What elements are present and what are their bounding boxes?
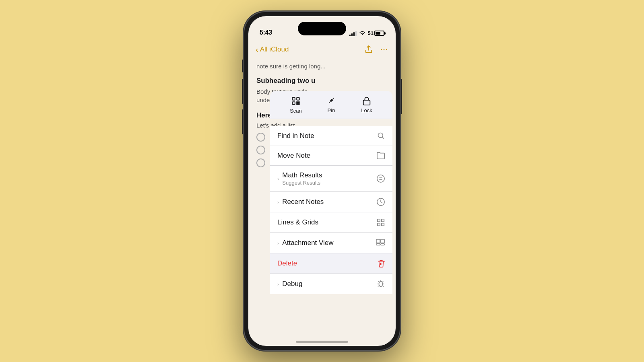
debug-chevron: ›: [277, 281, 279, 287]
svg-point-7: [378, 133, 383, 138]
lines-grids-item[interactable]: Lines & Grids: [270, 212, 392, 233]
svg-rect-14: [376, 239, 380, 243]
scan-menu-item[interactable]: Scan: [284, 96, 308, 114]
lock-label: Lock: [361, 107, 372, 113]
attachment-view-label: Attachment View: [282, 239, 333, 247]
svg-rect-13: [382, 223, 384, 226]
pin-menu-item[interactable]: Pin: [319, 96, 343, 113]
attachment-view-item[interactable]: › Attachment View: [270, 233, 392, 253]
svg-rect-12: [378, 223, 380, 226]
recent-notes-item[interactable]: › Recent Notes: [270, 192, 392, 212]
lock-icon: [362, 96, 371, 106]
attachment-chevron: ›: [277, 240, 279, 246]
find-in-note-item[interactable]: Find in Note: [270, 126, 392, 146]
svg-rect-17: [381, 244, 384, 245]
math-results-sublabel: Suggest Results: [282, 180, 322, 186]
scan-label: Scan: [290, 108, 302, 114]
svg-rect-11: [382, 219, 384, 222]
delete-label: Delete: [277, 259, 297, 267]
pin-label: Pin: [328, 107, 335, 113]
context-menu-overlay: Scan Pin: [248, 16, 396, 346]
scan-icon: [291, 96, 301, 106]
power-button[interactable]: [400, 79, 402, 114]
lock-menu-item[interactable]: Lock: [355, 96, 379, 113]
folder-icon: [376, 152, 385, 160]
phone-screen: 5:43 51: [248, 16, 396, 346]
debug-item[interactable]: › Debug: [270, 274, 392, 294]
svg-rect-6: [363, 100, 370, 105]
recent-notes-chevron: ›: [277, 199, 279, 205]
svg-rect-3: [292, 97, 295, 100]
clock-icon: [376, 197, 385, 206]
trash-icon: [377, 259, 385, 268]
math-results-chevron: ›: [277, 176, 279, 182]
phone-device: 5:43 51: [244, 11, 400, 351]
find-in-note-label: Find in Note: [277, 132, 314, 140]
svg-rect-10: [378, 219, 380, 222]
recent-notes-label: Recent Notes: [282, 198, 324, 206]
pin-icon: [326, 96, 336, 106]
svg-rect-4: [297, 97, 299, 100]
debug-label: Debug: [282, 280, 302, 288]
debug-icon: [376, 280, 385, 288]
svg-rect-5: [292, 102, 295, 104]
move-note-item[interactable]: Move Note: [270, 146, 392, 166]
svg-point-18: [379, 282, 382, 287]
search-icon: [377, 132, 385, 140]
math-results-item[interactable]: › Math Results Suggest Results: [270, 166, 392, 192]
menu-list: Find in Note Move Note: [270, 126, 392, 294]
svg-rect-16: [376, 244, 380, 245]
move-note-label: Move Note: [277, 152, 310, 160]
equal-circle-icon: [376, 174, 385, 183]
grid-icon: [376, 218, 385, 227]
svg-point-8: [377, 175, 384, 182]
math-results-label: Math Results: [282, 171, 322, 179]
lines-grids-label: Lines & Grids: [277, 218, 318, 226]
menu-top-bar: Scan Pin: [270, 91, 392, 119]
attachment-icon: [376, 239, 385, 247]
svg-rect-15: [381, 239, 384, 243]
delete-item[interactable]: Delete: [270, 253, 392, 274]
